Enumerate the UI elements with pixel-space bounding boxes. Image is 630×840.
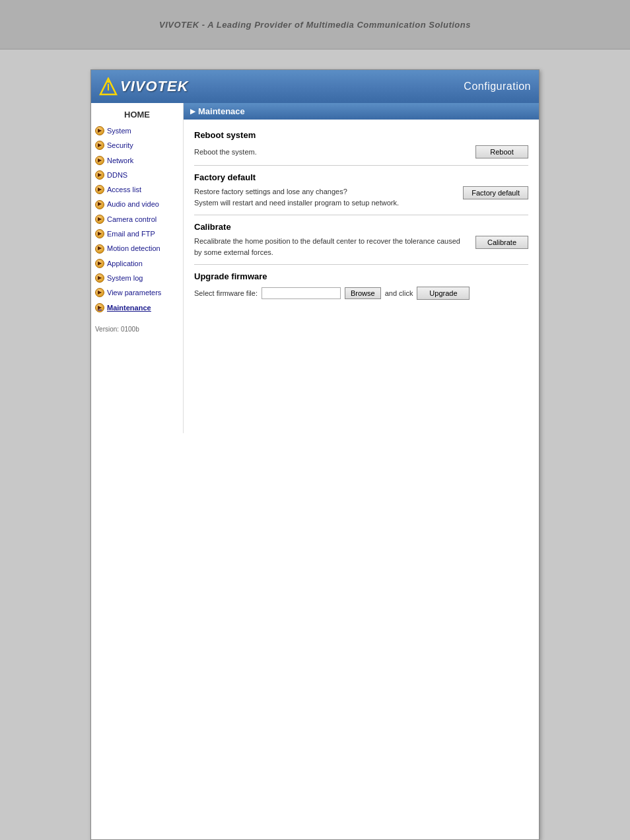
sidebar-item-access-list[interactable]: ▶ Access list bbox=[91, 182, 183, 197]
sidebar-item-system[interactable]: ▶ System bbox=[91, 123, 183, 138]
sidebar-label-ddns[interactable]: DDNS bbox=[107, 170, 127, 180]
reboot-row: Reboot the system. Reboot bbox=[194, 145, 528, 158]
sidebar-item-maintenance[interactable]: ▶ Maintenance bbox=[91, 300, 183, 315]
calibrate-description: Recalibrate the home position to the def… bbox=[194, 236, 469, 258]
top-bar: VIVOTEK - A Leading Provider of Multimed… bbox=[0, 0, 630, 50]
and-click-text: and click bbox=[385, 289, 413, 297]
calibrate-title: Calibrate bbox=[194, 222, 528, 232]
sidebar-bullet-audio-video: ▶ bbox=[95, 200, 104, 209]
upgrade-button[interactable]: Upgrade bbox=[417, 287, 470, 300]
factory-title: Factory default bbox=[194, 172, 528, 182]
sidebar-item-application[interactable]: ▶ Application bbox=[91, 256, 183, 271]
tagline: VIVOTEK - A Leading Provider of Multimed… bbox=[159, 20, 471, 30]
sidebar-label-audio-video[interactable]: Audio and video bbox=[107, 199, 159, 209]
config-title: Configuration bbox=[464, 81, 531, 92]
sidebar-bullet-network: ▶ bbox=[95, 156, 104, 165]
factory-row: Restore factory settings and lose any ch… bbox=[194, 186, 528, 208]
logo-text: VIVOTEK bbox=[120, 78, 189, 95]
sidebar-bullet-system-log: ▶ bbox=[95, 273, 104, 283]
version-text: Version: 0100b bbox=[91, 320, 183, 338]
divider-3 bbox=[194, 264, 528, 265]
sidebar-bullet-access-list: ▶ bbox=[95, 185, 104, 194]
sidebar-item-camera-control[interactable]: ▶ Camera control bbox=[91, 212, 183, 227]
sidebar-bullet-system: ▶ bbox=[95, 126, 104, 135]
sidebar-item-motion-detection[interactable]: ▶ Motion detection bbox=[91, 241, 183, 256]
sidebar-item-network[interactable]: ▶ Network bbox=[91, 153, 183, 168]
main-content: ▶ Maintenace Reboot system Reboot the sy… bbox=[184, 103, 539, 433]
reboot-description: Reboot the system. bbox=[194, 147, 475, 158]
sidebar-bullet-ddns: ▶ bbox=[95, 170, 104, 180]
sidebar-bullet-camera-control: ▶ bbox=[95, 215, 104, 224]
header-bar: VIVOTEK Configuration bbox=[91, 70, 539, 103]
sidebar-item-audio-video[interactable]: ▶ Audio and video bbox=[91, 197, 183, 211]
sidebar: HOME ▶ System ▶ Security ▶ Network ▶ DDN… bbox=[91, 103, 184, 433]
reboot-title: Reboot system bbox=[194, 130, 528, 140]
sidebar-home[interactable]: HOME bbox=[91, 106, 183, 123]
sidebar-label-security[interactable]: Security bbox=[107, 141, 133, 150]
content-area: HOME ▶ System ▶ Security ▶ Network ▶ DDN… bbox=[91, 103, 539, 433]
sidebar-label-access-list[interactable]: Access list bbox=[107, 185, 141, 194]
sidebar-item-view-parameters[interactable]: ▶ View parameters bbox=[91, 285, 183, 300]
browse-button[interactable]: Browse bbox=[345, 287, 381, 299]
sidebar-bullet-security: ▶ bbox=[95, 141, 104, 150]
sidebar-bullet-motion-detection: ▶ bbox=[95, 244, 104, 254]
svg-point-2 bbox=[108, 81, 110, 83]
title-arrow: ▶ bbox=[190, 108, 195, 115]
calibrate-section: Calibrate Recalibrate the home position … bbox=[194, 222, 528, 258]
factory-desc-line2: System will restart and need installer p… bbox=[194, 199, 399, 207]
logo-area: VIVOTEK bbox=[99, 77, 189, 96]
calibrate-row: Recalibrate the home position to the def… bbox=[194, 236, 528, 258]
sidebar-label-system-log[interactable]: System log bbox=[107, 273, 143, 283]
sidebar-label-system[interactable]: System bbox=[107, 126, 131, 135]
page-wrapper: VIVOTEK Configuration HOME ▶ System ▶ Se… bbox=[0, 50, 630, 840]
firmware-title: Upgrade firmware bbox=[194, 271, 528, 281]
reboot-button[interactable]: Reboot bbox=[475, 145, 528, 158]
sidebar-label-camera-control[interactable]: Camera control bbox=[107, 215, 157, 224]
reboot-section: Reboot system Reboot the system. Reboot bbox=[194, 130, 528, 158]
factory-section: Factory default Restore factory settings… bbox=[194, 172, 528, 208]
page-title: Maintenace bbox=[198, 106, 245, 116]
sidebar-bullet-application: ▶ bbox=[95, 259, 104, 268]
sidebar-label-application[interactable]: Application bbox=[107, 259, 143, 268]
firmware-select-label: Select firmware file: bbox=[194, 289, 258, 297]
sidebar-item-security[interactable]: ▶ Security bbox=[91, 138, 183, 153]
sidebar-label-maintenance[interactable]: Maintenance bbox=[107, 303, 151, 312]
sidebar-item-system-log[interactable]: ▶ System log bbox=[91, 271, 183, 285]
factory-description: Restore factory settings and lose any ch… bbox=[194, 186, 456, 208]
sidebar-bullet-email-ftp: ▶ bbox=[95, 229, 104, 238]
firmware-section: Upgrade firmware Select firmware file: B… bbox=[194, 271, 528, 300]
sidebar-label-email-ftp[interactable]: Email and FTP bbox=[107, 229, 155, 238]
divider-2 bbox=[194, 215, 528, 215]
firmware-file-input[interactable] bbox=[262, 287, 341, 299]
sidebar-label-view-parameters[interactable]: View parameters bbox=[107, 288, 161, 297]
sidebar-label-network[interactable]: Network bbox=[107, 156, 133, 165]
factory-desc-line1: Restore factory settings and lose any ch… bbox=[194, 188, 347, 195]
calibrate-button[interactable]: Calibrate bbox=[475, 236, 528, 249]
firmware-row: Select firmware file: Browse and click U… bbox=[194, 287, 528, 300]
sidebar-item-ddns[interactable]: ▶ DDNS bbox=[91, 168, 183, 182]
main-container: VIVOTEK Configuration HOME ▶ System ▶ Se… bbox=[90, 69, 540, 840]
sidebar-label-motion-detection[interactable]: Motion detection bbox=[107, 244, 160, 253]
sidebar-bullet-maintenance: ▶ bbox=[95, 303, 104, 312]
vivotek-logo-icon bbox=[99, 77, 118, 96]
divider-1 bbox=[194, 165, 528, 166]
content-body: Reboot system Reboot the system. Reboot … bbox=[184, 120, 539, 310]
page-title-bar: ▶ Maintenace bbox=[184, 103, 539, 120]
sidebar-bullet-view-parameters: ▶ bbox=[95, 288, 104, 297]
factory-default-button[interactable]: Factory default bbox=[463, 186, 528, 199]
sidebar-item-email-ftp[interactable]: ▶ Email and FTP bbox=[91, 227, 183, 241]
